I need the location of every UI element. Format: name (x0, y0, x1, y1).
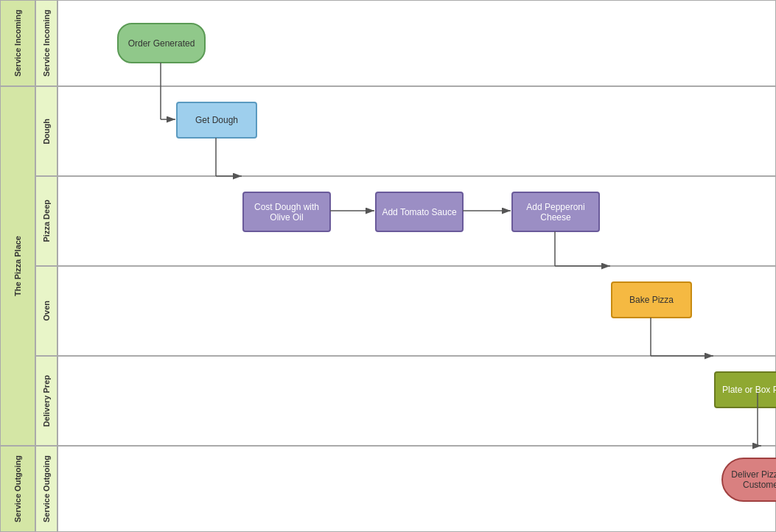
lane-delivery-prep: Plate or Box Pizza (57, 356, 776, 446)
inner-label-service-incoming: Service Incoming (35, 0, 57, 86)
lane-label-5: Service Outgoing (42, 455, 51, 522)
lane-label-3: Oven (42, 301, 51, 321)
inner-label-service-outgoing: Service Outgoing (35, 446, 57, 532)
diagram-container: Service Incoming The Pizza Place Service… (0, 0, 776, 532)
lane-service-incoming: Order Generated (57, 0, 776, 86)
node-plate-box-label: Plate or Box Pizza (722, 385, 776, 395)
node-plate-box: Plate or Box Pizza (714, 371, 776, 408)
inner-label-oven: Oven (35, 266, 57, 356)
outer-label-service-incoming: Service Incoming (0, 0, 35, 86)
lane-dough: Get Dough (57, 86, 776, 176)
inner-label-pizza-deep: Pizza Deep (35, 176, 57, 266)
node-add-pepperoni-label: Add Pepperoni Cheese (513, 202, 598, 223)
pizza-place-label: The Pizza Place (13, 236, 22, 296)
node-cost-dough: Cost Dough with Olive Oil (242, 192, 331, 232)
outer-label-service-outgoing: Service Outgoing (0, 446, 35, 532)
node-add-tomato: Add Tomato Sauce (375, 192, 464, 232)
node-order-generated: Order Generated (117, 23, 206, 63)
node-bake-pizza: Bake Pizza (611, 281, 692, 318)
inner-label-delivery-prep: Delivery Prep (35, 356, 57, 446)
node-order-generated-label: Order Generated (128, 38, 195, 49)
node-add-tomato-label: Add Tomato Sauce (382, 207, 456, 217)
node-get-dough-label: Get Dough (195, 115, 238, 125)
node-bake-pizza-label: Bake Pizza (629, 295, 674, 305)
node-deliver-label: Deliver Pizza to Customer (723, 469, 776, 490)
lane-oven: Bake Pizza (57, 266, 776, 356)
lane-service-outgoing: Deliver Pizza to Customer (57, 446, 776, 532)
lane-label-4: Delivery Prep (42, 375, 51, 427)
outer-label-pizza-place: The Pizza Place (0, 86, 35, 446)
lane-label-0: Service Incoming (42, 10, 51, 77)
node-add-pepperoni: Add Pepperoni Cheese (511, 192, 600, 232)
lane-label-1: Dough (42, 119, 51, 144)
lane-pizza-deep: Cost Dough with Olive Oil Add Tomato Sau… (57, 176, 776, 266)
service-outgoing-outer-label: Service Outgoing (13, 455, 22, 522)
inner-label-dough: Dough (35, 86, 57, 176)
node-deliver: Deliver Pizza to Customer (721, 458, 776, 502)
lane-label-2: Pizza Deep (42, 200, 51, 242)
service-incoming-outer-label: Service Incoming (13, 10, 22, 77)
node-get-dough: Get Dough (176, 102, 257, 139)
node-cost-dough-label: Cost Dough with Olive Oil (244, 202, 329, 223)
